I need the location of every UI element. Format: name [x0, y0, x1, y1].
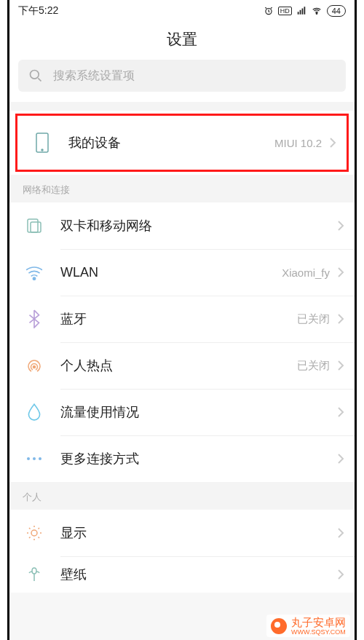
row-label: 个人热点 [49, 357, 297, 374]
row-my-device[interactable]: 我的设备 MIUI 10.2 [15, 114, 349, 172]
row-data-usage[interactable]: 流量使用情况 [9, 389, 355, 435]
brightness-icon [20, 524, 49, 542]
bluetooth-icon [20, 309, 49, 328]
search-placeholder: 搜索系统设置项 [53, 68, 135, 84]
row-value: Xiaomi_fy [282, 266, 334, 279]
row-label: 双卡和移动网络 [49, 217, 334, 234]
svg-rect-6 [31, 222, 41, 232]
hd-icon: HD [278, 7, 292, 15]
search-input[interactable]: 搜索系统设置项 [18, 60, 346, 92]
wifi-icon [311, 6, 323, 16]
svg-point-2 [31, 71, 39, 79]
svg-point-10 [33, 457, 36, 460]
svg-point-12 [31, 530, 37, 536]
chevron-right-icon [334, 313, 344, 325]
row-label: 壁纸 [49, 566, 334, 583]
svg-rect-5 [28, 219, 38, 232]
chevron-right-icon [326, 137, 336, 149]
chevron-right-icon [334, 220, 344, 232]
flower-icon [20, 566, 49, 583]
row-label: 更多连接方式 [49, 450, 334, 467]
svg-point-11 [39, 457, 41, 460]
row-value: MIUI 10.2 [274, 137, 326, 149]
section-header-personal: 个人 [9, 482, 355, 510]
row-label: 流量使用情况 [49, 403, 334, 421]
watermark: 丸子安卓网 WWW.SQSY.COM [266, 615, 350, 637]
svg-point-7 [33, 277, 35, 280]
section-header-network: 网络和连接 [9, 175, 355, 202]
row-sim[interactable]: 双卡和移动网络 [9, 202, 355, 249]
battery-indicator: 44 [327, 5, 346, 17]
status-bar: 下午5:22 HD 44 [9, 0, 355, 22]
chevron-right-icon [334, 453, 344, 465]
chevron-right-icon [334, 527, 344, 539]
row-label: 蓝牙 [49, 310, 297, 328]
search-icon [28, 68, 43, 83]
row-hotspot[interactable]: 个人热点 已关闭 [9, 342, 355, 389]
signal-icon [296, 6, 306, 16]
chevron-right-icon [334, 406, 344, 418]
row-wlan[interactable]: WLAN Xiaomi_fy [9, 249, 355, 296]
alarm-icon [264, 6, 274, 16]
hotspot-icon [20, 357, 49, 374]
watermark-sub: WWW.SQSY.COM [291, 628, 346, 636]
svg-point-4 [41, 149, 43, 151]
page-title: 设置 [9, 22, 355, 60]
wifi-icon [20, 264, 49, 280]
row-value: 已关闭 [297, 312, 334, 326]
chevron-right-icon [334, 360, 344, 371]
row-label: WLAN [49, 265, 282, 280]
phone-icon [28, 132, 57, 154]
chevron-right-icon [334, 266, 344, 278]
row-bluetooth[interactable]: 蓝牙 已关闭 [9, 296, 355, 342]
sim-icon [20, 217, 49, 234]
row-display[interactable]: 显示 [9, 510, 355, 556]
watermark-logo-icon [271, 618, 287, 634]
row-label: 显示 [49, 524, 334, 542]
row-label: 我的设备 [57, 134, 274, 151]
droplet-icon [20, 403, 49, 422]
svg-point-9 [27, 457, 30, 460]
more-icon [20, 456, 49, 462]
row-wallpaper[interactable]: 壁纸 [9, 556, 355, 593]
status-time: 下午5:22 [18, 4, 58, 17]
row-more-connections[interactable]: 更多连接方式 [9, 435, 355, 482]
svg-point-8 [33, 366, 36, 368]
chevron-right-icon [334, 569, 344, 580]
svg-point-1 [316, 13, 317, 15]
row-value: 已关闭 [297, 359, 334, 373]
status-icons: HD 44 [264, 5, 346, 17]
